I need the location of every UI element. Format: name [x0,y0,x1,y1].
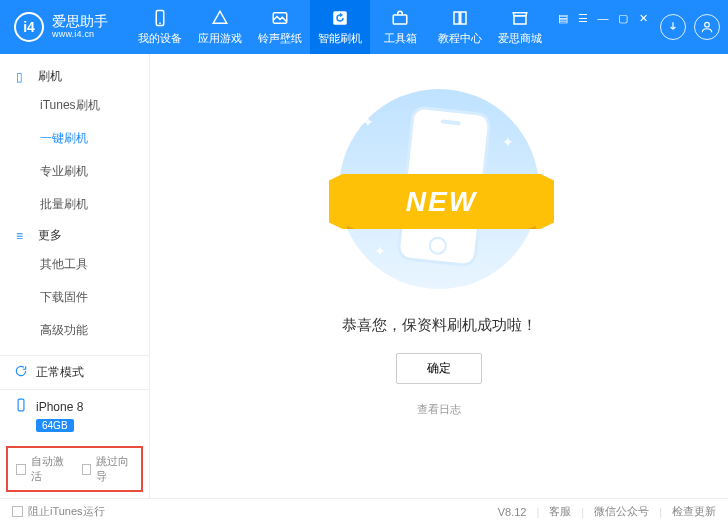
sidebar-group-flash[interactable]: ▯ 刷机 [0,62,149,89]
sidebar-item-advanced[interactable]: 高级功能 [0,314,149,347]
checkbox-icon [82,464,92,475]
sync-icon [14,364,28,381]
sidebar-group-more[interactable]: ≡ 更多 [0,221,149,248]
device-icon: ▯ [16,70,30,84]
store-icon [511,9,529,27]
checkbox-label: 自动激活 [31,454,68,484]
nav-label: 爱思商城 [498,31,542,46]
sidebar-item-batch-flash[interactable]: 批量刷机 [0,188,149,221]
device-name: iPhone 8 [36,400,83,414]
footer-link-support[interactable]: 客服 [549,504,571,519]
checkbox-label: 阻止iTunes运行 [28,504,105,519]
title-bar: i4 爱思助手 www.i4.cn 我的设备 应用游戏 铃声壁纸 智能刷机 工具… [0,0,728,54]
nav-label: 教程中心 [438,31,482,46]
main-content: ✦ ✦ ✦ NEW 恭喜您，保资料刷机成功啦！ 确定 查看日志 [150,54,728,498]
mode-label: 正常模式 [36,364,84,381]
nav-toolbox[interactable]: 工具箱 [370,0,430,54]
status-bar: 阻止iTunes运行 V8.12 | 客服 | 微信公众号 | 检查更新 [0,498,728,524]
footer-link-update[interactable]: 检查更新 [672,504,716,519]
mode-panel[interactable]: 正常模式 [0,355,149,389]
sidebar-item-other-tools[interactable]: 其他工具 [0,248,149,281]
ribbon-text: NEW [406,186,477,218]
nav-apps[interactable]: 应用游戏 [190,0,250,54]
apps-icon [211,9,229,27]
brand-name: 爱思助手 [52,14,108,29]
phone-icon [151,9,169,27]
storage-badge: 64GB [36,419,74,432]
sidebar-item-pro-flash[interactable]: 专业刷机 [0,155,149,188]
sidebar-item-download-firmware[interactable]: 下载固件 [0,281,149,314]
close-icon[interactable]: ✕ [638,13,648,23]
version-label: V8.12 [498,506,527,518]
nav-label: 工具箱 [384,31,417,46]
svg-point-5 [705,22,710,27]
image-icon [271,9,289,27]
auto-activate-checkbox[interactable]: 自动激活 [16,454,68,484]
activation-options: 自动激活 跳过向导 [6,446,143,492]
sidebar: ▯ 刷机 iTunes刷机 一键刷机 专业刷机 批量刷机 ≡ 更多 其他工具 下… [0,54,150,498]
new-ribbon: NEW [329,174,554,229]
checkbox-icon [16,464,26,475]
sidebar-group-label: 更多 [38,227,62,244]
svg-rect-6 [18,399,24,411]
nav-label: 铃声壁纸 [258,31,302,46]
success-message: 恭喜您，保资料刷机成功啦！ [342,316,537,335]
block-itunes-checkbox[interactable]: 阻止iTunes运行 [12,504,105,519]
nav-tutorials[interactable]: 教程中心 [430,0,490,54]
main-nav: 我的设备 应用游戏 铃声壁纸 智能刷机 工具箱 教程中心 爱思商城 [130,0,550,54]
lock-icon[interactable]: ☰ [578,13,588,23]
device-panel[interactable]: iPhone 8 64GB [0,389,149,440]
sidebar-item-itunes-flash[interactable]: iTunes刷机 [0,89,149,122]
nav-label: 应用游戏 [198,31,242,46]
refresh-icon [331,9,349,27]
ok-button[interactable]: 确定 [396,353,482,384]
phone-icon [14,398,28,415]
menu-icon[interactable]: ▤ [558,13,568,23]
toolbox-icon [391,9,409,27]
footer-link-wechat[interactable]: 微信公众号 [594,504,649,519]
download-icon [666,20,680,34]
svg-rect-4 [393,15,407,24]
book-icon [451,9,469,27]
logo-icon: i4 [14,12,44,42]
nav-flash[interactable]: 智能刷机 [310,0,370,54]
nav-label: 我的设备 [138,31,182,46]
nav-label: 智能刷机 [318,31,362,46]
sidebar-item-oneclick-flash[interactable]: 一键刷机 [0,122,149,155]
brand-url: www.i4.cn [52,30,108,40]
success-illustration: ✦ ✦ ✦ NEW [334,84,544,294]
checkbox-label: 跳过向导 [96,454,133,484]
maximize-icon[interactable]: ▢ [618,13,628,23]
nav-ringtones[interactable]: 铃声壁纸 [250,0,310,54]
user-icon [700,20,714,34]
brand: i4 爱思助手 www.i4.cn [14,12,108,42]
download-button[interactable] [660,14,686,40]
more-icon: ≡ [16,229,30,243]
nav-my-device[interactable]: 我的设备 [130,0,190,54]
view-log-link[interactable]: 查看日志 [417,402,461,417]
user-button[interactable] [694,14,720,40]
minimize-icon[interactable]: — [598,13,608,23]
sidebar-group-label: 刷机 [38,68,62,85]
nav-store[interactable]: 爱思商城 [490,0,550,54]
skip-wizard-checkbox[interactable]: 跳过向导 [82,454,134,484]
checkbox-icon [12,506,23,517]
